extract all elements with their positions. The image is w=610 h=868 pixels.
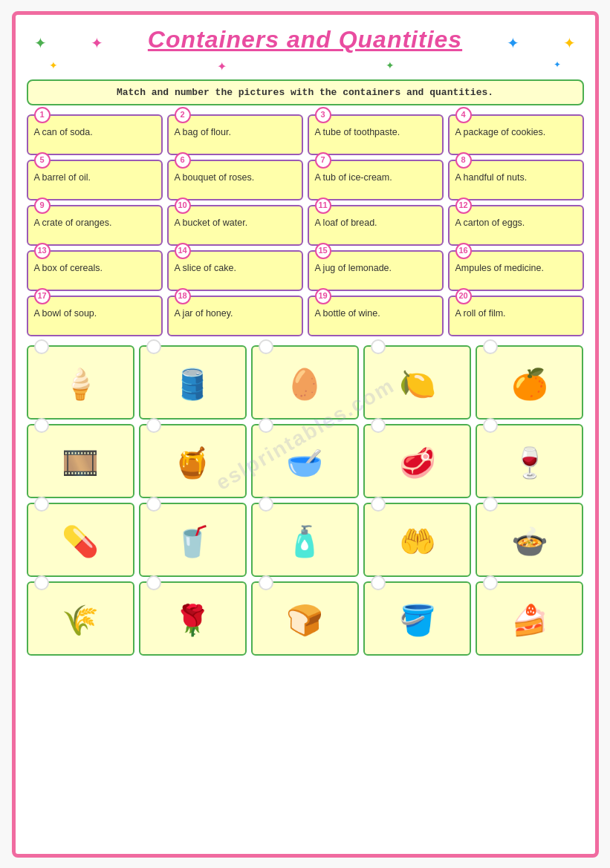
label-number-9: 9 xyxy=(34,198,51,214)
picture-cell-9: 🥩 xyxy=(363,424,471,498)
label-number-15: 15 xyxy=(315,243,331,259)
label-number-16: 16 xyxy=(455,243,472,259)
label-item-6: 6 A bouquet of roses. xyxy=(167,160,303,200)
pic-image-3: 🥚 xyxy=(275,356,334,412)
label-item-3: 3 A tube of toothpaste. xyxy=(308,114,444,155)
pic-image-16: 🌾 xyxy=(51,593,110,648)
picture-cell-7: 🍯 xyxy=(139,424,247,498)
label-number-2: 2 xyxy=(175,107,191,123)
label-item-8: 8 A handful of nuts. xyxy=(448,160,584,200)
picture-cell-15: 🍲 xyxy=(476,503,583,577)
pic-image-9: 🥩 xyxy=(388,435,447,491)
label-text-6: A bouquet of roses. xyxy=(175,172,296,185)
label-item-7: 7 A tub of ice-cream. xyxy=(308,160,444,200)
label-text-9: A crate of oranges. xyxy=(34,217,155,230)
star-decoration-1: ✦ xyxy=(34,34,47,52)
label-item-16: 16 Ampules of medicine. xyxy=(448,250,584,291)
label-number-19: 19 xyxy=(315,288,331,304)
pic-circle-12[interactable] xyxy=(146,497,161,512)
picture-cell-1: 🍦 xyxy=(27,345,134,420)
pictures-section-wrapper: 🍦 🛢️ 🥚 🍋 🍊 🎞️ 🍯 🥣 🥩 🍷 xyxy=(27,345,584,656)
label-text-10: A bucket of water. xyxy=(175,217,296,230)
pic-circle-17[interactable] xyxy=(146,575,161,590)
label-text-15: A jug of lemonade. xyxy=(315,262,436,275)
pic-circle-5[interactable] xyxy=(483,339,498,354)
label-item-20: 20 A roll of film. xyxy=(448,296,584,336)
pic-circle-16[interactable] xyxy=(34,575,49,590)
label-item-18: 18 A jar of honey. xyxy=(167,296,303,336)
pic-circle-1[interactable] xyxy=(34,339,49,354)
pic-image-5: 🍊 xyxy=(500,356,559,412)
label-number-1: 1 xyxy=(34,107,51,123)
pic-image-8: 🥣 xyxy=(275,435,334,491)
label-item-10: 10 A bucket of water. xyxy=(167,205,303,246)
title-area: ✦ ✦ Containers and Quantities ✦ ✦ xyxy=(27,26,584,59)
label-item-9: 9 A crate of oranges. xyxy=(27,205,163,246)
label-text-4: A package of cookies. xyxy=(455,126,577,140)
pictures-grid: 🍦 🛢️ 🥚 🍋 🍊 🎞️ 🍯 🥣 🥩 🍷 xyxy=(27,345,584,656)
label-item-1: 1 A can of soda. xyxy=(27,114,163,155)
pic-circle-19[interactable] xyxy=(371,575,386,590)
page-title: Containers and Quantities xyxy=(148,26,462,53)
pic-image-17: 🌹 xyxy=(163,593,222,648)
label-text-7: A tub of ice-cream. xyxy=(315,172,436,185)
label-number-8: 8 xyxy=(455,152,472,169)
star-decoration-2: ✦ xyxy=(91,34,103,52)
pic-circle-11[interactable] xyxy=(34,497,49,512)
pic-circle-7[interactable] xyxy=(146,418,161,433)
label-number-14: 14 xyxy=(175,243,191,259)
pic-circle-10[interactable] xyxy=(483,418,498,433)
picture-cell-2: 🛢️ xyxy=(139,345,247,420)
pic-circle-4[interactable] xyxy=(371,339,386,354)
pic-circle-3[interactable] xyxy=(259,339,273,354)
pic-image-6: 🎞️ xyxy=(51,435,110,491)
main-page: ✦ ✦ Containers and Quantities ✦ ✦ ✦ ✦ ✦ … xyxy=(12,11,599,858)
label-item-12: 12 A carton of eggs. xyxy=(448,205,584,246)
label-text-3: A tube of toothpaste. xyxy=(315,126,436,140)
pic-image-13: 🧴 xyxy=(275,514,334,570)
label-item-14: 14 A slice of cake. xyxy=(167,250,303,291)
pic-circle-9[interactable] xyxy=(371,418,386,433)
pic-circle-15[interactable] xyxy=(483,497,498,512)
picture-cell-20: 🍰 xyxy=(476,581,583,656)
pic-circle-20[interactable] xyxy=(483,575,498,590)
pic-circle-8[interactable] xyxy=(259,418,273,433)
label-text-18: A jar of honey. xyxy=(175,307,296,321)
picture-cell-12: 🥤 xyxy=(139,503,247,577)
label-text-8: A handful of nuts. xyxy=(455,172,577,185)
pic-image-1: 🍦 xyxy=(51,356,110,412)
pic-circle-18[interactable] xyxy=(259,575,273,590)
pic-image-11: 💊 xyxy=(51,514,110,570)
picture-cell-3: 🥚 xyxy=(251,345,359,420)
label-number-5: 5 xyxy=(34,152,51,169)
picture-cell-17: 🌹 xyxy=(139,581,247,656)
picture-cell-10: 🍷 xyxy=(476,424,583,498)
label-number-12: 12 xyxy=(455,198,472,214)
label-text-20: A roll of film. xyxy=(455,307,577,321)
picture-cell-18: 🍞 xyxy=(251,581,359,656)
pic-circle-14[interactable] xyxy=(371,497,386,512)
label-number-10: 10 xyxy=(175,198,191,214)
pic-image-15: 🍲 xyxy=(500,514,559,570)
label-number-20: 20 xyxy=(455,288,472,304)
label-text-14: A slice of cake. xyxy=(175,262,296,275)
pic-circle-13[interactable] xyxy=(259,497,273,512)
label-text-11: A loaf of bread. xyxy=(315,217,436,230)
picture-cell-16: 🌾 xyxy=(27,581,134,656)
pic-image-14: 🤲 xyxy=(388,514,447,570)
picture-cell-4: 🍋 xyxy=(363,345,471,420)
pic-circle-2[interactable] xyxy=(146,339,161,354)
instruction-box: Match and number the pictures with the c… xyxy=(27,79,584,105)
pic-circle-6[interactable] xyxy=(34,418,49,433)
label-item-2: 2 A bag of flour. xyxy=(167,114,303,155)
label-text-19: A bottle of wine. xyxy=(315,307,436,321)
label-text-16: Ampules of medicine. xyxy=(455,262,577,275)
pic-image-20: 🍰 xyxy=(500,593,559,648)
label-item-11: 11 A loaf of bread. xyxy=(308,205,444,246)
label-text-1: A can of soda. xyxy=(34,126,155,140)
pic-image-7: 🍯 xyxy=(163,435,222,491)
label-item-13: 13 A box of cereals. xyxy=(27,250,163,291)
labels-grid: 1 A can of soda. 2 A bag of flour. 3 A t… xyxy=(27,114,584,336)
star-deco-5: ✦ xyxy=(49,59,58,74)
star-deco-7: ✦ xyxy=(386,59,395,74)
